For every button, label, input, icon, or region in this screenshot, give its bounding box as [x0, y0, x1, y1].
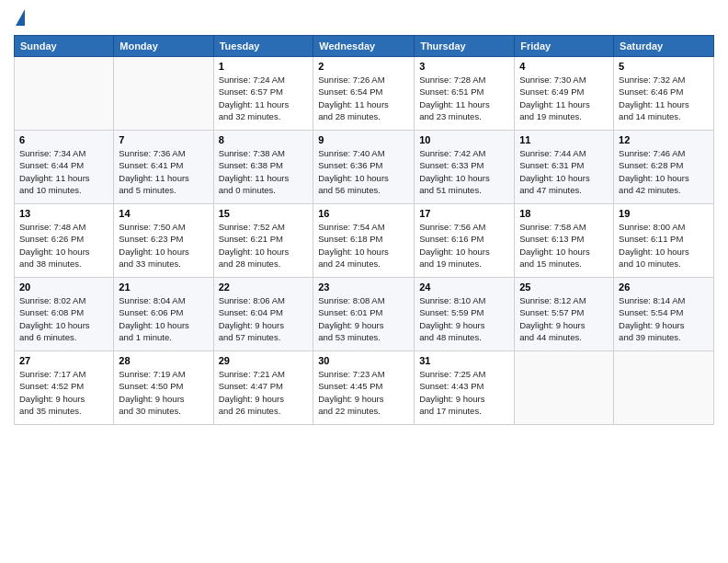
day-info: Sunrise: 7:32 AM Sunset: 6:46 PM Dayligh… [619, 74, 709, 122]
calendar-cell: 4Sunrise: 7:30 AM Sunset: 6:49 PM Daylig… [515, 57, 614, 131]
calendar-cell: 19Sunrise: 8:00 AM Sunset: 6:11 PM Dayli… [614, 204, 714, 278]
day-info: Sunrise: 7:23 AM Sunset: 4:45 PM Dayligh… [318, 368, 409, 417]
calendar-header-thursday: Thursday [415, 36, 515, 57]
calendar-cell [114, 57, 213, 131]
day-info: Sunrise: 7:19 AM Sunset: 4:50 PM Dayligh… [119, 368, 208, 417]
day-info: Sunrise: 7:25 AM Sunset: 4:43 PM Dayligh… [419, 368, 509, 417]
calendar-cell: 1Sunrise: 7:24 AM Sunset: 6:57 PM Daylig… [213, 57, 313, 131]
day-info: Sunrise: 7:38 AM Sunset: 6:38 PM Dayligh… [219, 147, 309, 196]
calendar-header-saturday: Saturday [614, 36, 714, 57]
day-number: 1 [219, 61, 309, 72]
day-number: 21 [119, 282, 208, 293]
day-info: Sunrise: 8:14 AM Sunset: 5:54 PM Dayligh… [619, 294, 709, 343]
calendar-cell: 10Sunrise: 7:42 AM Sunset: 6:33 PM Dayli… [415, 131, 515, 204]
day-info: Sunrise: 7:21 AM Sunset: 4:47 PM Dayligh… [219, 368, 309, 417]
day-number: 18 [519, 208, 609, 219]
day-number: 20 [19, 282, 108, 293]
calendar-cell: 12Sunrise: 7:46 AM Sunset: 6:28 PM Dayli… [614, 131, 714, 204]
logo-triangle-icon [16, 9, 25, 26]
calendar-week-5: 27Sunrise: 7:17 AM Sunset: 4:52 PM Dayli… [15, 351, 714, 425]
day-number: 31 [419, 355, 509, 366]
calendar-cell: 17Sunrise: 7:56 AM Sunset: 6:16 PM Dayli… [415, 204, 515, 278]
day-info: Sunrise: 7:44 AM Sunset: 6:31 PM Dayligh… [519, 147, 609, 196]
day-number: 4 [519, 61, 609, 72]
day-number: 9 [318, 134, 409, 145]
calendar-cell: 24Sunrise: 8:10 AM Sunset: 5:59 PM Dayli… [415, 278, 515, 351]
calendar-cell: 25Sunrise: 8:12 AM Sunset: 5:57 PM Dayli… [515, 278, 614, 351]
day-info: Sunrise: 7:52 AM Sunset: 6:21 PM Dayligh… [219, 221, 309, 270]
day-info: Sunrise: 8:06 AM Sunset: 6:04 PM Dayligh… [219, 294, 309, 343]
calendar-cell: 21Sunrise: 8:04 AM Sunset: 6:06 PM Dayli… [114, 278, 213, 351]
header [14, 9, 714, 28]
day-number: 16 [318, 208, 409, 219]
day-info: Sunrise: 7:36 AM Sunset: 6:41 PM Dayligh… [119, 147, 208, 196]
day-number: 11 [519, 134, 609, 145]
calendar-week-1: 1Sunrise: 7:24 AM Sunset: 6:57 PM Daylig… [15, 57, 714, 131]
day-number: 23 [318, 282, 409, 293]
day-number: 8 [219, 134, 309, 145]
day-info: Sunrise: 7:54 AM Sunset: 6:18 PM Dayligh… [318, 221, 409, 270]
day-info: Sunrise: 7:42 AM Sunset: 6:33 PM Dayligh… [419, 147, 509, 196]
calendar-week-4: 20Sunrise: 8:02 AM Sunset: 6:08 PM Dayli… [15, 278, 714, 351]
calendar-header-tuesday: Tuesday [213, 36, 313, 57]
day-number: 27 [19, 355, 108, 366]
day-info: Sunrise: 8:08 AM Sunset: 6:01 PM Dayligh… [318, 294, 409, 343]
day-info: Sunrise: 7:17 AM Sunset: 4:52 PM Dayligh… [19, 368, 108, 417]
day-info: Sunrise: 7:30 AM Sunset: 6:49 PM Dayligh… [519, 74, 609, 122]
calendar-cell: 9Sunrise: 7:40 AM Sunset: 6:36 PM Daylig… [313, 131, 415, 204]
day-number: 13 [19, 208, 108, 219]
calendar-cell: 28Sunrise: 7:19 AM Sunset: 4:50 PM Dayli… [114, 351, 213, 425]
day-number: 7 [119, 134, 208, 145]
day-number: 24 [419, 282, 509, 293]
day-number: 22 [219, 282, 309, 293]
calendar-cell [614, 351, 714, 425]
calendar-cell: 11Sunrise: 7:44 AM Sunset: 6:31 PM Dayli… [515, 131, 614, 204]
calendar-cell: 13Sunrise: 7:48 AM Sunset: 6:26 PM Dayli… [15, 204, 114, 278]
calendar-header-wednesday: Wednesday [313, 36, 415, 57]
day-info: Sunrise: 7:46 AM Sunset: 6:28 PM Dayligh… [619, 147, 709, 196]
day-info: Sunrise: 7:56 AM Sunset: 6:16 PM Dayligh… [419, 221, 509, 270]
day-info: Sunrise: 8:00 AM Sunset: 6:11 PM Dayligh… [619, 221, 709, 270]
day-info: Sunrise: 7:40 AM Sunset: 6:36 PM Dayligh… [318, 147, 409, 196]
page: SundayMondayTuesdayWednesdayThursdayFrid… [0, 0, 728, 563]
day-info: Sunrise: 8:12 AM Sunset: 5:57 PM Dayligh… [519, 294, 609, 343]
calendar-week-3: 13Sunrise: 7:48 AM Sunset: 6:26 PM Dayli… [15, 204, 714, 278]
calendar-cell: 31Sunrise: 7:25 AM Sunset: 4:43 PM Dayli… [415, 351, 515, 425]
day-info: Sunrise: 8:02 AM Sunset: 6:08 PM Dayligh… [19, 294, 108, 343]
day-number: 10 [419, 134, 509, 145]
calendar-cell: 2Sunrise: 7:26 AM Sunset: 6:54 PM Daylig… [313, 57, 415, 131]
calendar-cell: 29Sunrise: 7:21 AM Sunset: 4:47 PM Dayli… [213, 351, 313, 425]
calendar-cell: 27Sunrise: 7:17 AM Sunset: 4:52 PM Dayli… [15, 351, 114, 425]
calendar-cell: 20Sunrise: 8:02 AM Sunset: 6:08 PM Dayli… [15, 278, 114, 351]
day-info: Sunrise: 8:10 AM Sunset: 5:59 PM Dayligh… [419, 294, 509, 343]
calendar-cell: 26Sunrise: 8:14 AM Sunset: 5:54 PM Dayli… [614, 278, 714, 351]
calendar-cell: 5Sunrise: 7:32 AM Sunset: 6:46 PM Daylig… [614, 57, 714, 131]
day-info: Sunrise: 7:50 AM Sunset: 6:23 PM Dayligh… [119, 221, 208, 270]
day-number: 29 [219, 355, 309, 366]
day-number: 28 [119, 355, 208, 366]
day-number: 15 [219, 208, 309, 219]
day-number: 12 [619, 134, 709, 145]
calendar-week-2: 6Sunrise: 7:34 AM Sunset: 6:44 PM Daylig… [15, 131, 714, 204]
calendar-cell [515, 351, 614, 425]
calendar: SundayMondayTuesdayWednesdayThursdayFrid… [14, 35, 714, 425]
logo-text [14, 9, 25, 28]
day-number: 5 [619, 61, 709, 72]
calendar-cell: 22Sunrise: 8:06 AM Sunset: 6:04 PM Dayli… [213, 278, 313, 351]
calendar-cell: 3Sunrise: 7:28 AM Sunset: 6:51 PM Daylig… [415, 57, 515, 131]
day-number: 19 [619, 208, 709, 219]
calendar-cell: 15Sunrise: 7:52 AM Sunset: 6:21 PM Dayli… [213, 204, 313, 278]
calendar-header-sunday: Sunday [15, 36, 114, 57]
calendar-cell: 30Sunrise: 7:23 AM Sunset: 4:45 PM Dayli… [313, 351, 415, 425]
calendar-cell: 23Sunrise: 8:08 AM Sunset: 6:01 PM Dayli… [313, 278, 415, 351]
calendar-cell [15, 57, 114, 131]
day-number: 3 [419, 61, 509, 72]
day-number: 2 [318, 61, 409, 72]
day-info: Sunrise: 7:58 AM Sunset: 6:13 PM Dayligh… [519, 221, 609, 270]
day-info: Sunrise: 7:26 AM Sunset: 6:54 PM Dayligh… [318, 74, 409, 122]
day-info: Sunrise: 7:34 AM Sunset: 6:44 PM Dayligh… [19, 147, 108, 196]
calendar-cell: 18Sunrise: 7:58 AM Sunset: 6:13 PM Dayli… [515, 204, 614, 278]
calendar-cell: 14Sunrise: 7:50 AM Sunset: 6:23 PM Dayli… [114, 204, 213, 278]
day-info: Sunrise: 8:04 AM Sunset: 6:06 PM Dayligh… [119, 294, 208, 343]
calendar-cell: 8Sunrise: 7:38 AM Sunset: 6:38 PM Daylig… [213, 131, 313, 204]
